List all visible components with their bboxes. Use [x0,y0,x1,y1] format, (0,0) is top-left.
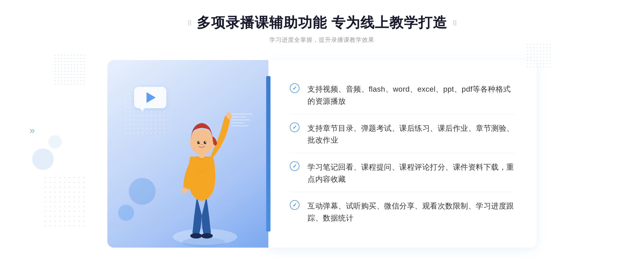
svg-point-1 [182,237,225,247]
dots-decoration-top-right [526,43,553,70]
feature-item-4: ✓ 互动弹幕、试听购买、微信分享、观看次数限制、学习进度跟踪、数据统计 [290,194,515,231]
page-wrapper: » ⁞⁞ 多项录播课辅助功能 专为线上教学打造 ⁞⁞ 学习进度全掌握，提升录播课… [0,0,644,261]
dots-decoration-bottom-left [43,175,86,229]
circle-decoration-2 [48,135,62,148]
circle-decoration-1 [32,148,54,170]
blue-accent-bar [266,76,270,232]
play-area [134,87,166,114]
check-icon-1: ✓ [290,83,299,93]
circle-decor-1 [129,178,156,205]
svg-point-2 [190,233,202,238]
svg-point-3 [201,233,213,238]
header-title-row: ⁞⁞ 多项录播课辅助功能 专为线上教学打造 ⁞⁞ [188,13,456,32]
header-decorator-right: ⁞⁞ [453,18,456,27]
illustration-panel [107,60,268,248]
header-section: ⁞⁞ 多项录播课辅助功能 专为线上教学打造 ⁞⁞ 学习进度全掌握，提升录播课教学… [188,13,456,44]
feature-item-2: ✓ 支持章节目录、弹题考试、课后练习、课后作业、章节测验、批改作业 [290,116,515,153]
check-icon-2: ✓ [290,122,299,132]
feature-item-1: ✓ 支持视频、音频、flash、word、excel、ppt、pdf等各种格式的… [290,77,515,114]
feature-item-3: ✓ 学习笔记回看、课程提问、课程评论打分、课件资料下载，重点内容收藏 [290,155,515,192]
features-panel: ✓ 支持视频、音频、flash、word、excel、ppt、pdf等各种格式的… [268,60,537,248]
svg-point-5 [181,188,188,193]
svg-point-7 [190,129,214,155]
page-title: 多项录播课辅助功能 专为线上教学打造 [197,13,447,32]
svg-point-10 [199,141,200,143]
header-decorator-left: ⁞⁞ [188,18,191,27]
svg-point-9 [204,141,206,144]
feature-text-2: 支持章节目录、弹题考试、课后练习、课后作业、章节测验、批改作业 [308,122,515,147]
person-illustration [162,98,248,248]
play-icon [147,92,156,103]
dots-decoration-top-left [54,54,86,86]
svg-point-11 [205,141,206,143]
svg-point-8 [197,141,200,144]
feature-text-1: 支持视频、音频、flash、word、excel、ppt、pdf等各种格式的资源… [308,83,515,107]
circle-decor-2 [118,205,134,221]
content-area: ✓ 支持视频、音频、flash、word、excel、ppt、pdf等各种格式的… [107,60,537,248]
feature-text-4: 互动弹幕、试听购买、微信分享、观看次数限制、学习进度跟踪、数据统计 [308,200,515,224]
speech-bubble [134,87,166,108]
check-icon-3: ✓ [290,161,299,171]
feature-text-3: 学习笔记回看、课程提问、课程评论打分、课件资料下载，重点内容收藏 [308,161,515,185]
page-subtitle: 学习进度全掌握，提升录播课教学效果 [188,36,456,44]
check-icon-4: ✓ [290,200,299,210]
chevron-left-icon: » [30,125,35,136]
